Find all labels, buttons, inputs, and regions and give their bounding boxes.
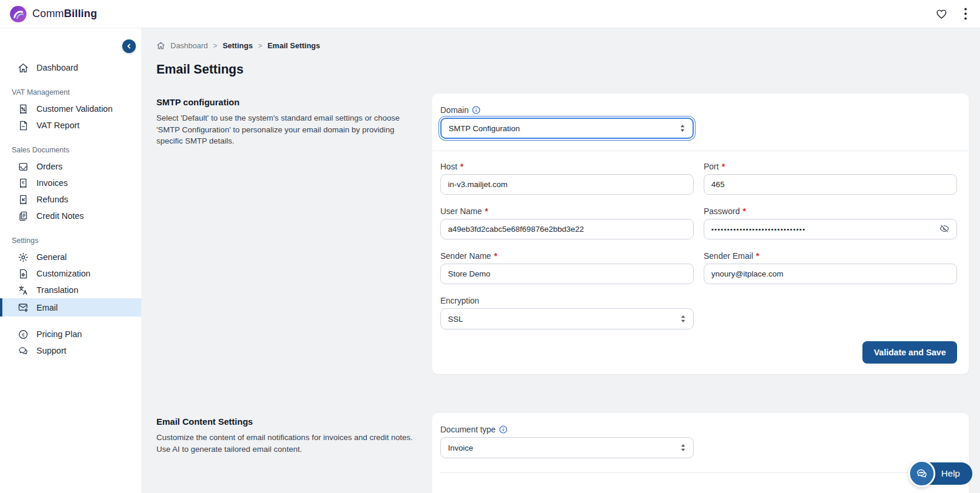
card-divider — [432, 151, 969, 151]
invoice-euro-icon: € — [18, 178, 29, 189]
breadcrumb: Dashboard > Settings > Email Settings — [156, 41, 969, 50]
brand-logo[interactable]: CommBilling — [9, 5, 97, 23]
page-title: Email Settings — [156, 62, 969, 77]
info-icon[interactable] — [499, 425, 507, 434]
password-label: Password* — [704, 206, 957, 215]
sidebar-item-email[interactable]: Email — [0, 298, 141, 317]
brand-logo-icon — [9, 5, 27, 23]
inbox-icon — [18, 161, 29, 172]
host-input[interactable] — [440, 174, 694, 195]
help-chat-icon[interactable] — [908, 460, 935, 487]
sidebar-item-translation[interactable]: Translation — [0, 282, 141, 298]
svg-text:€: € — [22, 180, 25, 185]
refund-receipt-icon — [18, 194, 29, 205]
sidebar-section-vat: VAT Management — [0, 86, 141, 98]
select-arrows-icon — [680, 124, 685, 132]
page-gear-icon — [18, 268, 29, 279]
document-type-label: Document type — [440, 425, 694, 434]
port-field-group: Port* — [704, 162, 957, 195]
document-type-select[interactable]: Invoice — [440, 437, 694, 458]
credentials-row: User Name* Password* — [440, 206, 957, 239]
gear-icon — [18, 252, 29, 263]
app-root: CommBilling Dashboard VAT Management Cus… — [0, 0, 980, 493]
domain-label: Domain — [440, 105, 694, 114]
breadcrumb-item-settings[interactable]: Settings — [223, 41, 253, 50]
svg-text:€: € — [22, 331, 25, 337]
eye-off-icon[interactable] — [939, 224, 950, 234]
card-divider — [440, 472, 957, 473]
select-arrows-icon — [680, 444, 686, 452]
host-field-group: Host* — [440, 162, 694, 195]
email-content-intro: Email Content Settings Customize the con… — [156, 411, 418, 455]
username-label: User Name* — [440, 206, 694, 215]
sidebar-item-invoices[interactable]: € Invoices — [0, 175, 141, 191]
sidebar-item-label: Orders — [36, 162, 62, 171]
chat-bubbles-icon — [18, 345, 29, 357]
help-widget: Help — [908, 460, 972, 487]
password-input[interactable] — [704, 219, 957, 239]
sender-email-field-group: Sender Email* — [704, 251, 957, 284]
sidebar-item-label: Customization — [36, 269, 91, 278]
sidebar-item-dashboard[interactable]: Dashboard — [0, 59, 141, 76]
validate-and-save-button[interactable]: Validate and Save — [862, 341, 957, 364]
breadcrumb-item-email-settings[interactable]: Email Settings — [267, 41, 320, 50]
sidebar-item-refunds[interactable]: Refunds — [0, 191, 141, 208]
favorites-heart-icon[interactable] — [935, 8, 948, 20]
credit-notes-icon — [18, 211, 29, 222]
sender-row: Sender Name* Sender Email* — [440, 251, 957, 284]
username-input[interactable] — [440, 219, 694, 239]
sidebar-item-customer-validation[interactable]: Customer Validation — [0, 101, 141, 117]
info-icon[interactable] — [472, 106, 480, 114]
sender-name-label: Sender Name* — [440, 251, 694, 260]
host-label: Host* — [440, 162, 694, 171]
sidebar-item-label: Translation — [36, 285, 78, 295]
breadcrumb-item-dashboard[interactable]: Dashboard — [170, 41, 208, 50]
chevron-left-icon — [126, 43, 132, 49]
sidebar-collapse-button[interactable] — [122, 39, 136, 53]
translate-icon — [18, 285, 29, 296]
mail-gear-icon — [18, 302, 29, 313]
domain-field-group: Domain SMTP Configuration — [440, 105, 694, 139]
sidebar-item-label: General — [36, 252, 67, 262]
sender-name-input[interactable] — [440, 264, 694, 284]
smtp-section: SMTP configuration Select 'Default' to u… — [156, 91, 969, 374]
sidebar-item-label: Invoices — [36, 178, 68, 188]
domain-select[interactable]: SMTP Configuration — [440, 118, 694, 139]
brand-name: CommBilling — [32, 8, 97, 20]
sidebar-item-label: Credit Notes — [36, 211, 84, 221]
breadcrumb-home-icon[interactable] — [156, 41, 165, 50]
euro-circle-icon: € — [18, 329, 29, 340]
sidebar-nav: Dashboard VAT Management Customer Valida… — [0, 28, 141, 359]
document-icon — [18, 120, 29, 131]
sender-email-input[interactable] — [704, 264, 957, 284]
sidebar-item-label: Email — [36, 303, 58, 312]
port-label: Port* — [704, 162, 957, 171]
port-input[interactable] — [704, 174, 957, 195]
sidebar-item-pricing-plan[interactable]: € Pricing Plan — [0, 326, 141, 342]
smtp-heading: SMTP configuration — [156, 97, 418, 107]
sidebar-section-settings: Settings — [0, 235, 141, 246]
encryption-select[interactable]: SSL — [440, 308, 694, 329]
sender-email-label: Sender Email* — [704, 251, 957, 260]
sidebar-item-credit-notes[interactable]: Credit Notes — [0, 208, 141, 224]
home-icon — [18, 62, 29, 74]
sender-name-field-group: Sender Name* — [440, 251, 694, 284]
smtp-actions: Validate and Save — [440, 341, 957, 364]
password-field-group: Password* — [704, 206, 957, 239]
sidebar-item-label: Pricing Plan — [36, 329, 82, 339]
document-type-field-group: Document type Invoice — [440, 425, 694, 458]
select-arrows-icon — [680, 315, 686, 323]
sidebar-section-sales: Sales Documents — [0, 144, 141, 156]
sidebar-item-label: Customer Validation — [36, 104, 113, 114]
sidebar-item-general[interactable]: General — [0, 249, 141, 265]
smtp-section-intro: SMTP configuration Select 'Default' to u… — [156, 91, 418, 147]
email-content-description: Customize the content of email notificat… — [156, 432, 418, 455]
sidebar-item-support[interactable]: Support — [0, 342, 141, 359]
sidebar-item-customization[interactable]: Customization — [0, 265, 141, 282]
smtp-card: Domain SMTP Configuration Host* — [432, 94, 969, 374]
sidebar-item-orders[interactable]: Orders — [0, 158, 141, 175]
sidebar-item-vat-report[interactable]: VAT Report — [0, 117, 141, 134]
topbar: CommBilling — [0, 0, 980, 28]
kebab-menu-icon[interactable] — [964, 8, 967, 20]
encryption-field-group: Encryption SSL — [440, 296, 694, 329]
